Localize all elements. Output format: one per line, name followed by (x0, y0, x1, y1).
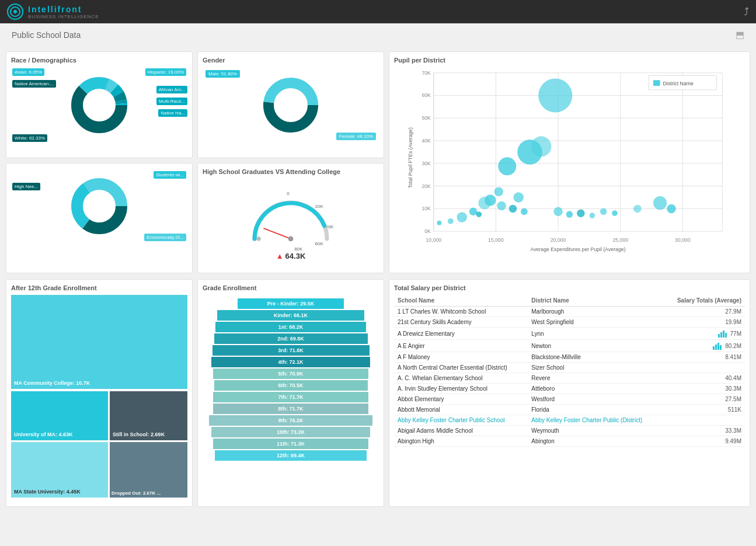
salary-cell: 9.49M (663, 436, 745, 447)
school-name-cell: 21st Century Skills Academy (394, 317, 528, 328)
scatter-svg: 0K 10K 20K 30K 40K 50K 60K 70K 80K 10,00… (394, 67, 745, 254)
school-name-cell: A. C. Whelan Elementary School (394, 373, 528, 384)
funnel-bar: Pre - Kinder: 29.5K (238, 298, 344, 309)
race-label-asian: Asian: 6.05% (12, 68, 44, 76)
bar-sparkline (718, 329, 727, 338)
svg-text:Average Expenditures per Pupil: Average Expenditures per Pupil (Average) (531, 246, 626, 252)
gauge-triangle: ▲ (276, 252, 284, 260)
svg-text:10,000: 10,000 (426, 237, 441, 243)
gauge-value: ▲ 64.3K (276, 252, 306, 260)
school-name-cell: A F Maloney (394, 352, 528, 363)
district-name-cell: Blackstone-Millville (528, 352, 663, 363)
district-name-cell: Lynn (528, 328, 663, 340)
treemap-dropped-out: Dropped Out: 2.67K ... (110, 442, 187, 498)
funnel-bar: 3rd: 71.8K (212, 345, 370, 356)
school-name-cell: A Drewicz Elementary (394, 328, 528, 340)
district-name-cell: Weymouth (528, 426, 663, 436)
table-row: Abington HighAbington9.49M (394, 436, 745, 447)
svg-point-53 (509, 205, 517, 213)
svg-point-82 (288, 236, 294, 241)
bar-sparkline (713, 342, 722, 350)
district-name-cell: Westford (528, 394, 663, 405)
svg-point-50 (498, 157, 516, 175)
svg-point-47 (538, 78, 572, 112)
svg-text:50K: 50K (421, 115, 431, 121)
district-name-cell: Attleboro (528, 384, 663, 394)
funnel-chart: Pre - Kinder: 29.5KKinder: 66.1K1st: 68.… (203, 295, 379, 461)
school-link[interactable]: Abby Kelley Foster Charter Public School (398, 417, 504, 423)
table-row: Abbott MemorialFlorida511K (394, 405, 745, 415)
app-header: Intellifront BUSINESS INTELLIGENCE ⤴ (0, 0, 756, 23)
gauge-container: 0 20K 40K 60K 80K ▲ 64.3K (203, 179, 379, 266)
school-name-cell: Abby Kelley Foster Charter Public School (394, 415, 528, 426)
svg-point-83 (257, 237, 261, 241)
salary-cell: 27.5M (663, 394, 745, 405)
funnel-bar: 5th: 70.9K (213, 368, 368, 379)
svg-point-63 (589, 213, 595, 218)
salary-cell: 19.9M (663, 317, 745, 328)
treemap-state-university: MA State University: 4.45K (11, 442, 108, 498)
col-district-name: District Name (528, 295, 663, 307)
svg-text:40K: 40K (421, 138, 431, 144)
svg-text:0K: 0K (424, 228, 431, 234)
funnel-bar: 9th: 76.2K (209, 415, 372, 426)
svg-point-1 (13, 10, 17, 13)
salary-cell: 33.3M (663, 426, 745, 436)
school-name-cell: A. Irvin Studley Elementary School (394, 384, 528, 394)
enrollment-panel: After 12th Grade Enrollment MA Community… (6, 279, 193, 507)
needs-label-students: Students wi... (154, 171, 186, 179)
table-row: A. Irvin Studley Elementary SchoolAttleb… (394, 384, 745, 394)
share-button[interactable]: ⤴ (744, 6, 749, 18)
svg-text:20K: 20K (421, 183, 431, 189)
district-link[interactable]: Abby Kelley Foster Charter Public (Distr… (531, 417, 642, 423)
salary-table-wrapper[interactable]: School Name District Name Salary Totals … (394, 295, 745, 447)
svg-point-56 (469, 207, 478, 215)
district-name-cell: Sizer School (528, 363, 663, 373)
svg-point-69 (600, 208, 607, 215)
logo-subtitle: BUSINESS INTELLIGENCE (28, 14, 99, 19)
funnel-bar: 7th: 71.7K (213, 392, 368, 402)
export-icon[interactable]: ⬒ (736, 29, 744, 40)
logo-name: Intellifront (28, 5, 82, 14)
svg-point-49 (531, 136, 552, 157)
salary-cell: 40.4M (663, 373, 745, 384)
district-name-cell: Newton (528, 340, 663, 352)
total-salary-title: Total Salary per District (394, 284, 745, 291)
svg-text:20,000: 20,000 (551, 237, 566, 243)
logo-icon (7, 4, 23, 20)
dashboard-top: Race / Demographics (0, 46, 756, 279)
salary-value: 80.2M (725, 343, 741, 349)
svg-text:District Name: District Name (663, 81, 694, 86)
funnel-bar: 2nd: 69.8K (214, 333, 368, 344)
table-row: A Drewicz ElementaryLynn 77M (394, 328, 745, 340)
race-label-native-american: Native American:... (12, 80, 56, 88)
race-demographics-panel: Race / Demographics (6, 51, 193, 158)
hs-graduates-title: High School Graduates VS Attending Colle… (203, 168, 379, 175)
race-donut-container: Asian: 6.05% Native American:... Hispani… (11, 67, 187, 143)
funnel-bar: 11th: 71.3K (213, 439, 368, 449)
hs-graduates-panel: High School Graduates VS Attending Colle… (197, 163, 384, 273)
salary-cell: 27.9M (663, 307, 745, 317)
page-title: Public School Data (12, 30, 81, 40)
salary-cell (663, 415, 745, 426)
svg-text:30,000: 30,000 (675, 237, 691, 243)
svg-point-60 (553, 207, 563, 217)
svg-point-54 (521, 208, 528, 215)
district-name-cell: West Springfield (528, 317, 663, 328)
needs-labels: High Nee... Students wi... Economically … (11, 168, 187, 244)
race-label-hispanic: Hispanic: 19.00% (145, 68, 186, 76)
school-name-cell: A E Angier (394, 340, 528, 352)
grade-enrollment-title: Grade Enrollment (203, 284, 379, 291)
table-row: Abby Kelley Foster Charter Public School… (394, 415, 745, 426)
scatter-plot: 0K 10K 20K 30K 40K 50K 60K 70K 80K 10,00… (394, 67, 745, 254)
school-name-cell: Abigail Adams Middle School (394, 426, 528, 436)
gender-title: Gender (203, 57, 379, 64)
svg-text:70K: 70K (421, 70, 431, 76)
school-name-cell: Abington High (394, 436, 528, 447)
table-row: A. C. Whelan Elementary SchoolRevere40.4… (394, 373, 745, 384)
table-row: A F MaloneyBlackstone-Millville8.41M (394, 352, 745, 363)
race-label-african: African Am... (156, 86, 187, 93)
district-name-cell: Revere (528, 373, 663, 384)
svg-text:25,000: 25,000 (612, 237, 628, 243)
col-school-name: School Name (394, 295, 528, 307)
